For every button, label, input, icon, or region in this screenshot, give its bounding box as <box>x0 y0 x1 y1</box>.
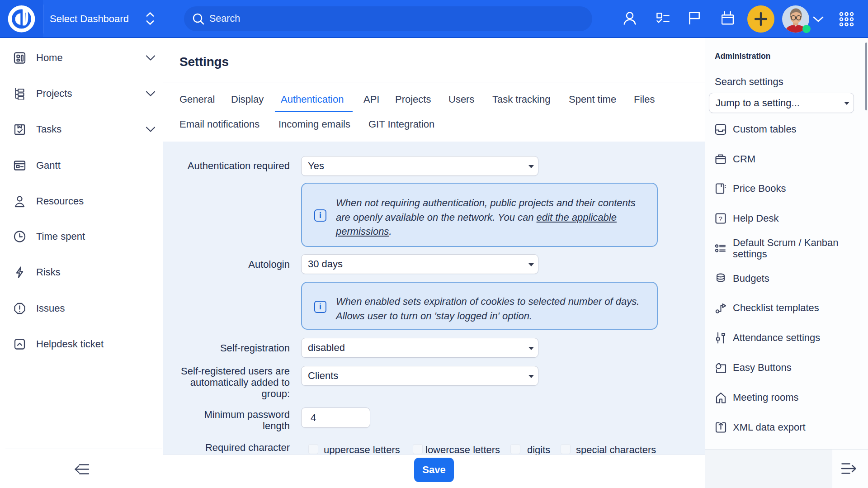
svg-text:?: ? <box>719 215 722 223</box>
